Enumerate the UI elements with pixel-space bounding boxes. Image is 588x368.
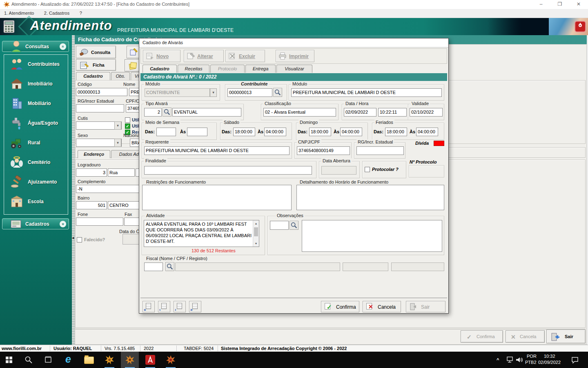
modulo-nome-field[interactable]: PREFEITURA MUNICIPAL DE LAMBARI D OESTE xyxy=(291,88,442,97)
data-field[interactable]: 02/09/2022 xyxy=(344,108,376,117)
domingo-das-field[interactable]: 18:00:00 xyxy=(309,128,331,136)
fiorilli-app1-button[interactable] xyxy=(100,352,118,368)
sidebar-item-escola[interactable]: Escola xyxy=(4,192,68,212)
restore-icon[interactable]: ❐ xyxy=(550,0,569,9)
sidebar-item-imobiliario[interactable]: Imobiliário xyxy=(4,74,68,94)
chevron-up-icon[interactable]: » xyxy=(60,43,66,50)
codigo-field[interactable]: 000000013 xyxy=(76,88,127,96)
ficha-sair-button[interactable]: Sair xyxy=(546,330,586,343)
menu-cadastros[interactable]: 2. Cadastros xyxy=(40,9,74,16)
close-icon[interactable]: ✕ xyxy=(569,0,588,9)
detalhamento-textarea[interactable] xyxy=(296,185,444,210)
contribuinte-field[interactable]: 000000013 xyxy=(227,88,272,97)
ficha-tab-cadastro[interactable]: Cadastro xyxy=(76,72,110,80)
bairro-num-field[interactable]: 501 xyxy=(76,201,107,209)
sexo-dropdown-icon[interactable]: ▾ xyxy=(114,139,121,147)
cnpj-field[interactable]: 37465408000149 xyxy=(297,146,350,155)
start-button[interactable] xyxy=(0,352,18,368)
prev-record-button[interactable]: ‹ xyxy=(158,301,170,312)
feriados-das-field[interactable]: 18:00:00 xyxy=(385,128,407,136)
scroll-up-icon[interactable]: ▲ xyxy=(253,220,259,227)
meio-das-field[interactable] xyxy=(156,128,176,136)
next-record-button[interactable]: › xyxy=(174,301,186,312)
first-record-button[interactable]: « xyxy=(143,301,155,312)
tray-language[interactable]: POR xyxy=(527,354,537,359)
logradouro-tipo-field[interactable]: Rua xyxy=(108,168,135,177)
sidebar-item-agua-esgoto[interactable]: Água/Esgoto xyxy=(4,114,68,133)
tipo-alvara-num-field[interactable]: 2 xyxy=(144,108,162,117)
scroll-thumb[interactable] xyxy=(254,227,258,236)
restricoes-textarea[interactable] xyxy=(142,185,292,210)
dialog-tab-receitas[interactable]: Receitas xyxy=(178,65,209,73)
classificacao-field[interactable]: 02 - Álvara Eventual xyxy=(263,108,336,117)
sidebar-item-ajuizamento[interactable]: Ajuizamento xyxy=(4,173,68,192)
util1-checkbox[interactable] xyxy=(125,117,130,123)
edit-note-button[interactable] xyxy=(127,46,140,58)
sidebar-item-cemiterio[interactable]: Cemitério xyxy=(4,153,68,173)
tipo-alvara-search-icon[interactable] xyxy=(163,108,172,117)
meio-as-field[interactable] xyxy=(187,128,207,136)
contribuinte-search-icon[interactable] xyxy=(273,88,282,97)
taskbar-search-button[interactable] xyxy=(20,352,38,368)
ficha-button[interactable]: Ficha xyxy=(76,59,116,71)
panel-splitter[interactable]: ◀ xyxy=(72,35,75,345)
fone-field[interactable] xyxy=(76,218,123,226)
observacoes-search-icon[interactable] xyxy=(290,221,298,230)
power-button-icon[interactable] xyxy=(575,21,586,32)
finalidade-field[interactable] xyxy=(144,166,312,175)
cancela-button[interactable]: ✕ Cancela xyxy=(363,301,401,312)
scroll-down-icon[interactable]: ▼ xyxy=(253,240,259,247)
tipo-alvara-desc-field[interactable]: EVENTUAL xyxy=(172,108,241,117)
fiscal-search-icon[interactable] xyxy=(165,262,174,271)
sidebar-item-mobiliario[interactable]: Mobiliário xyxy=(4,94,68,114)
cutis-dropdown-icon[interactable]: ▾ xyxy=(114,121,121,130)
adobe-reader-button[interactable] xyxy=(141,352,159,368)
menu-atendimento[interactable]: 1. Atendimento xyxy=(0,9,38,16)
internet-explorer-button[interactable]: e xyxy=(60,352,78,368)
menu-help[interactable]: ? xyxy=(76,9,86,16)
sidebar-item-rural[interactable]: Rural xyxy=(4,133,68,153)
sidebar-group-cadastros[interactable]: Cadastros » xyxy=(2,218,69,229)
logradouro-num-field[interactable]: 3 xyxy=(76,168,107,177)
protocolar-checkbox[interactable] xyxy=(365,167,370,172)
last-record-button[interactable]: » xyxy=(189,301,201,312)
consulta-button[interactable]: Consulta xyxy=(76,46,116,58)
observacoes-cod-field[interactable] xyxy=(270,221,289,230)
complemento-field[interactable]: -N xyxy=(76,185,145,193)
dialog-tab-cadastro[interactable]: Cadastro xyxy=(143,65,177,73)
notes-button[interactable] xyxy=(125,59,140,72)
rg-field[interactable] xyxy=(76,104,124,112)
rg-incr-field[interactable] xyxy=(356,146,404,155)
file-explorer-button[interactable] xyxy=(80,352,98,368)
chevron-down-icon[interactable]: » xyxy=(60,221,66,227)
tray-keyboard-layout[interactable]: PTB2 xyxy=(525,360,537,365)
sidebar-group-consultas[interactable]: Consultas » xyxy=(2,41,69,52)
task-view-button[interactable] xyxy=(39,352,57,368)
atividade-scrollbar[interactable]: ▲ ▼ xyxy=(253,220,259,247)
tray-chevron-icon[interactable]: ^ xyxy=(497,357,499,362)
feriados-as-field[interactable]: 04:00:00 xyxy=(416,128,438,136)
validade-field[interactable]: 02/10/2022 xyxy=(410,108,443,117)
fiscal-cod-field[interactable] xyxy=(144,263,163,271)
tray-clock-date[interactable]: 02/09/2022 xyxy=(538,360,561,365)
sabado-as-field[interactable]: 04:00:00 xyxy=(264,128,286,136)
fiorilli-app2-button-active[interactable] xyxy=(121,352,139,368)
requerente-field[interactable]: PREFEITURA MUNICIPAL DE LAMBARI D OESTE xyxy=(144,146,290,155)
volume-icon[interactable] xyxy=(515,356,523,364)
confirma-button[interactable]: ✓ Confirma xyxy=(321,301,359,312)
dialog-tab-entrega[interactable]: Entrega xyxy=(245,65,276,73)
sidebar-item-contribuintes[interactable]: Contribuintes xyxy=(4,55,68,74)
domingo-as-field[interactable]: 04:00:00 xyxy=(340,128,362,136)
dialog-tab-protocolo[interactable]: Protocolo xyxy=(210,65,245,73)
tray-clock-time[interactable]: 10:32 xyxy=(544,354,555,359)
util2-checkbox[interactable]: ✓ xyxy=(125,123,130,129)
falecido-checkbox[interactable] xyxy=(77,237,82,242)
ficha-tab-obs[interactable]: Obs. xyxy=(111,72,130,80)
atividade-textarea[interactable]: ALVARÁ EVENTUAL PARA O 16º LAMBARI FEST … xyxy=(144,220,259,247)
network-icon[interactable] xyxy=(506,356,514,364)
fiorilli-app3-button[interactable] xyxy=(162,352,180,368)
tab-endereco[interactable]: Endereço xyxy=(78,150,110,158)
minimize-icon[interactable]: – xyxy=(532,0,550,9)
sabado-das-field[interactable]: 18:00:00 xyxy=(233,128,255,136)
hora-field[interactable]: 10:22:11 xyxy=(378,108,407,117)
